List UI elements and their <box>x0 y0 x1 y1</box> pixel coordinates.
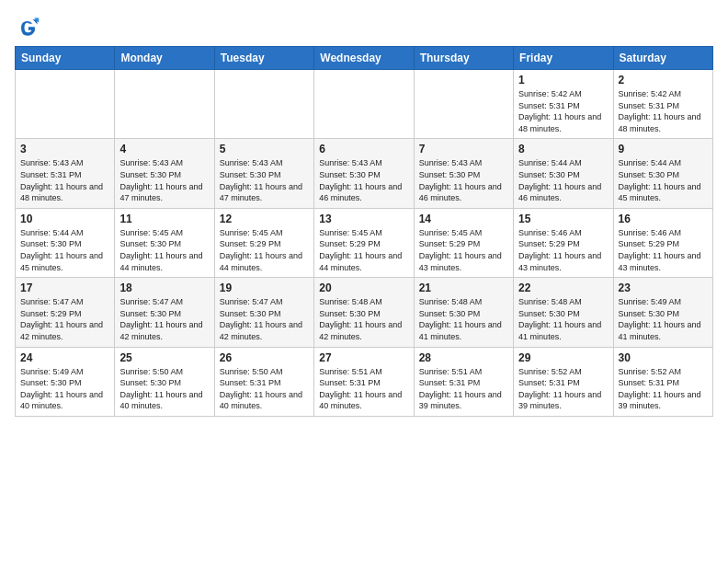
day-info: Sunrise: 5:45 AM Sunset: 5:29 PM Dayligh… <box>319 227 408 273</box>
calendar-cell: 27Sunrise: 5:51 AM Sunset: 5:31 PM Dayli… <box>314 347 414 416</box>
day-number: 19 <box>220 282 309 294</box>
day-info: Sunrise: 5:51 AM Sunset: 5:31 PM Dayligh… <box>419 366 508 412</box>
calendar-week-row: 17Sunrise: 5:47 AM Sunset: 5:29 PM Dayli… <box>16 278 713 347</box>
day-number: 11 <box>119 213 209 225</box>
calendar-header-sunday: Sunday <box>16 47 115 70</box>
day-info: Sunrise: 5:43 AM Sunset: 5:30 PM Dayligh… <box>220 157 309 203</box>
calendar-header-tuesday: Tuesday <box>214 47 313 70</box>
calendar-cell: 29Sunrise: 5:52 AM Sunset: 5:31 PM Dayli… <box>514 347 613 416</box>
day-number: 5 <box>220 143 309 155</box>
calendar-cell: 15Sunrise: 5:46 AM Sunset: 5:29 PM Dayli… <box>514 208 613 277</box>
day-info: Sunrise: 5:48 AM Sunset: 5:30 PM Dayligh… <box>518 296 608 342</box>
day-info: Sunrise: 5:46 AM Sunset: 5:29 PM Dayligh… <box>619 227 708 273</box>
day-info: Sunrise: 5:48 AM Sunset: 5:30 PM Dayligh… <box>319 296 408 342</box>
day-info: Sunrise: 5:45 AM Sunset: 5:30 PM Dayligh… <box>119 227 209 273</box>
calendar-header-friday: Friday <box>514 47 613 70</box>
day-number: 23 <box>619 282 708 294</box>
day-number: 13 <box>319 213 408 225</box>
calendar-cell <box>16 70 115 139</box>
day-info: Sunrise: 5:49 AM Sunset: 5:30 PM Dayligh… <box>20 366 109 412</box>
calendar-cell <box>314 70 414 139</box>
calendar-cell <box>115 70 214 139</box>
day-info: Sunrise: 5:44 AM Sunset: 5:30 PM Dayligh… <box>20 227 109 273</box>
day-info: Sunrise: 5:50 AM Sunset: 5:30 PM Dayligh… <box>119 366 209 412</box>
day-number: 25 <box>119 351 209 364</box>
day-number: 14 <box>419 213 508 225</box>
calendar-header-row: SundayMondayTuesdayWednesdayThursdayFrid… <box>16 47 713 70</box>
calendar-cell: 20Sunrise: 5:48 AM Sunset: 5:30 PM Dayli… <box>314 278 414 347</box>
calendar-cell: 13Sunrise: 5:45 AM Sunset: 5:29 PM Dayli… <box>314 208 414 277</box>
day-number: 17 <box>20 282 109 294</box>
day-number: 15 <box>518 213 608 225</box>
day-info: Sunrise: 5:47 AM Sunset: 5:30 PM Dayligh… <box>220 296 309 342</box>
day-info: Sunrise: 5:51 AM Sunset: 5:31 PM Dayligh… <box>319 366 408 412</box>
calendar-cell: 10Sunrise: 5:44 AM Sunset: 5:30 PM Dayli… <box>16 208 115 277</box>
calendar-cell: 24Sunrise: 5:49 AM Sunset: 5:30 PM Dayli… <box>16 347 115 416</box>
calendar-cell: 19Sunrise: 5:47 AM Sunset: 5:30 PM Dayli… <box>214 278 313 347</box>
calendar-cell: 23Sunrise: 5:49 AM Sunset: 5:30 PM Dayli… <box>613 278 712 347</box>
day-info: Sunrise: 5:52 AM Sunset: 5:31 PM Dayligh… <box>518 366 608 412</box>
day-info: Sunrise: 5:45 AM Sunset: 5:29 PM Dayligh… <box>419 227 508 273</box>
day-number: 7 <box>419 143 508 155</box>
day-info: Sunrise: 5:43 AM Sunset: 5:30 PM Dayligh… <box>419 157 508 203</box>
day-info: Sunrise: 5:47 AM Sunset: 5:29 PM Dayligh… <box>20 296 109 342</box>
calendar-cell: 1Sunrise: 5:42 AM Sunset: 5:31 PM Daylig… <box>514 70 613 139</box>
day-info: Sunrise: 5:43 AM Sunset: 5:31 PM Dayligh… <box>20 157 109 203</box>
calendar-cell: 21Sunrise: 5:48 AM Sunset: 5:30 PM Dayli… <box>414 278 513 347</box>
calendar-header-wednesday: Wednesday <box>314 47 414 70</box>
calendar-cell: 12Sunrise: 5:45 AM Sunset: 5:29 PM Dayli… <box>214 208 313 277</box>
day-number: 3 <box>20 143 109 155</box>
calendar-week-row: 24Sunrise: 5:49 AM Sunset: 5:30 PM Dayli… <box>16 347 713 416</box>
day-info: Sunrise: 5:47 AM Sunset: 5:30 PM Dayligh… <box>119 296 209 342</box>
day-number: 4 <box>119 143 209 155</box>
calendar-cell: 30Sunrise: 5:52 AM Sunset: 5:31 PM Dayli… <box>613 347 712 416</box>
calendar-header-saturday: Saturday <box>613 47 712 70</box>
day-number: 24 <box>20 351 109 364</box>
day-number: 21 <box>419 282 508 294</box>
calendar-cell: 3Sunrise: 5:43 AM Sunset: 5:31 PM Daylig… <box>16 139 115 208</box>
calendar-cell: 28Sunrise: 5:51 AM Sunset: 5:31 PM Dayli… <box>414 347 513 416</box>
day-info: Sunrise: 5:42 AM Sunset: 5:31 PM Dayligh… <box>518 88 608 134</box>
logo <box>15 15 44 40</box>
calendar-cell: 8Sunrise: 5:44 AM Sunset: 5:30 PM Daylig… <box>514 139 613 208</box>
calendar-week-row: 3Sunrise: 5:43 AM Sunset: 5:31 PM Daylig… <box>16 139 713 208</box>
day-number: 1 <box>518 74 608 86</box>
calendar-cell: 9Sunrise: 5:44 AM Sunset: 5:30 PM Daylig… <box>613 139 712 208</box>
calendar-header-monday: Monday <box>115 47 214 70</box>
calendar-cell: 14Sunrise: 5:45 AM Sunset: 5:29 PM Dayli… <box>414 208 513 277</box>
calendar-cell: 6Sunrise: 5:43 AM Sunset: 5:30 PM Daylig… <box>314 139 414 208</box>
day-number: 18 <box>119 282 209 294</box>
day-info: Sunrise: 5:52 AM Sunset: 5:31 PM Dayligh… <box>619 366 708 412</box>
day-info: Sunrise: 5:50 AM Sunset: 5:31 PM Dayligh… <box>220 366 309 412</box>
day-number: 29 <box>518 351 608 364</box>
day-number: 6 <box>319 143 408 155</box>
calendar-cell: 22Sunrise: 5:48 AM Sunset: 5:30 PM Dayli… <box>514 278 613 347</box>
day-number: 22 <box>518 282 608 294</box>
logo-icon <box>15 15 40 40</box>
day-info: Sunrise: 5:44 AM Sunset: 5:30 PM Dayligh… <box>518 157 608 203</box>
day-number: 26 <box>220 351 309 364</box>
day-number: 16 <box>619 213 708 225</box>
calendar-cell <box>214 70 313 139</box>
day-info: Sunrise: 5:45 AM Sunset: 5:29 PM Dayligh… <box>220 227 309 273</box>
calendar-cell <box>414 70 513 139</box>
calendar-cell: 18Sunrise: 5:47 AM Sunset: 5:30 PM Dayli… <box>115 278 214 347</box>
calendar-cell: 11Sunrise: 5:45 AM Sunset: 5:30 PM Dayli… <box>115 208 214 277</box>
day-number: 12 <box>220 213 309 225</box>
day-number: 9 <box>619 143 708 155</box>
calendar-cell: 25Sunrise: 5:50 AM Sunset: 5:30 PM Dayli… <box>115 347 214 416</box>
day-info: Sunrise: 5:43 AM Sunset: 5:30 PM Dayligh… <box>119 157 209 203</box>
day-info: Sunrise: 5:46 AM Sunset: 5:29 PM Dayligh… <box>518 227 608 273</box>
day-info: Sunrise: 5:49 AM Sunset: 5:30 PM Dayligh… <box>619 296 708 342</box>
day-number: 20 <box>319 282 408 294</box>
calendar-cell: 17Sunrise: 5:47 AM Sunset: 5:29 PM Dayli… <box>16 278 115 347</box>
calendar-table: SundayMondayTuesdayWednesdayThursdayFrid… <box>15 46 713 417</box>
header <box>15 15 713 40</box>
day-number: 27 <box>319 351 408 364</box>
calendar-cell: 5Sunrise: 5:43 AM Sunset: 5:30 PM Daylig… <box>214 139 313 208</box>
calendar-cell: 2Sunrise: 5:42 AM Sunset: 5:31 PM Daylig… <box>613 70 712 139</box>
calendar-cell: 4Sunrise: 5:43 AM Sunset: 5:30 PM Daylig… <box>115 139 214 208</box>
day-info: Sunrise: 5:48 AM Sunset: 5:30 PM Dayligh… <box>419 296 508 342</box>
calendar-week-row: 1Sunrise: 5:42 AM Sunset: 5:31 PM Daylig… <box>16 70 713 139</box>
calendar-cell: 16Sunrise: 5:46 AM Sunset: 5:29 PM Dayli… <box>613 208 712 277</box>
